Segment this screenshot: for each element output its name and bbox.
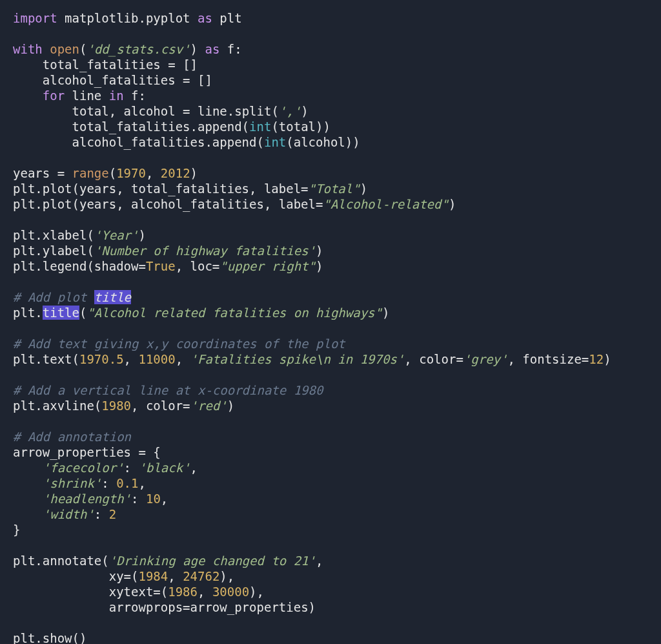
code-line[interactable]: xytext=(1986, 30000), bbox=[13, 585, 264, 599]
code-line[interactable]: plt.plot(years, alcohol_fatalities, labe… bbox=[13, 197, 456, 211]
code-editor[interactable]: import matplotlib.pyplot as plt with ope… bbox=[0, 0, 635, 644]
scrollbar-track[interactable] bbox=[622, 0, 661, 644]
code-line[interactable]: plt.legend(shadow=True, loc="upper right… bbox=[13, 259, 323, 273]
code-line[interactable]: plt.ylabel('Number of highway fatalities… bbox=[13, 244, 323, 258]
code-line[interactable]: total_fatalities.append(int(total)) bbox=[13, 119, 330, 134]
code-line[interactable]: # Add plot title bbox=[13, 290, 131, 304]
code-line[interactable]: plt.title("Alcohol related fatalities on… bbox=[13, 306, 389, 320]
code-line[interactable]: # Add annotation bbox=[13, 430, 131, 444]
code-line[interactable]: plt.show() bbox=[13, 631, 86, 644]
code-line[interactable]: # Add text giving x,y coordinates of the… bbox=[13, 337, 345, 351]
code-line[interactable]: years = range(1970, 2012) bbox=[13, 166, 198, 180]
code-line[interactable]: plt.axvline(1980, color='red') bbox=[13, 399, 234, 413]
code-line[interactable]: arrow_properties = { bbox=[13, 445, 161, 459]
code-line[interactable]: 'shrink': 0.1, bbox=[13, 476, 146, 490]
code-line[interactable]: xy=(1984, 24762), bbox=[13, 569, 234, 583]
code-line[interactable]: # Add a vertical line at x-coordinate 19… bbox=[13, 383, 323, 397]
code-line[interactable]: plt.plot(years, total_fatalities, label=… bbox=[13, 182, 367, 196]
code-line[interactable]: with open('dd_stats.csv') as f: bbox=[13, 42, 242, 56]
code-line[interactable]: 'width': 2 bbox=[13, 507, 116, 521]
code-line[interactable]: } bbox=[13, 523, 20, 537]
code-line[interactable]: 'facecolor': 'black', bbox=[13, 461, 198, 475]
code-line[interactable]: plt.annotate('Drinking age changed to 21… bbox=[13, 554, 323, 568]
code-line[interactable]: total, alcohol = line.split(',') bbox=[13, 104, 309, 118]
code-line[interactable]: 'headlength': 10, bbox=[13, 492, 168, 506]
code-line[interactable]: alcohol_fatalities = [] bbox=[13, 73, 212, 87]
code-line[interactable]: total_fatalities = [] bbox=[13, 57, 198, 72]
code-block[interactable]: import matplotlib.pyplot as plt with ope… bbox=[13, 10, 635, 644]
code-line[interactable]: for line in f: bbox=[13, 88, 146, 103]
code-line[interactable]: plt.text(1970.5, 11000, 'Fatalities spik… bbox=[13, 352, 611, 366]
code-line[interactable]: import matplotlib.pyplot as plt bbox=[13, 11, 242, 25]
code-line[interactable]: alcohol_fatalities.append(int(alcohol)) bbox=[13, 135, 360, 149]
code-line[interactable]: plt.xlabel('Year') bbox=[13, 228, 146, 242]
code-line[interactable]: arrowprops=arrow_properties) bbox=[13, 600, 316, 614]
